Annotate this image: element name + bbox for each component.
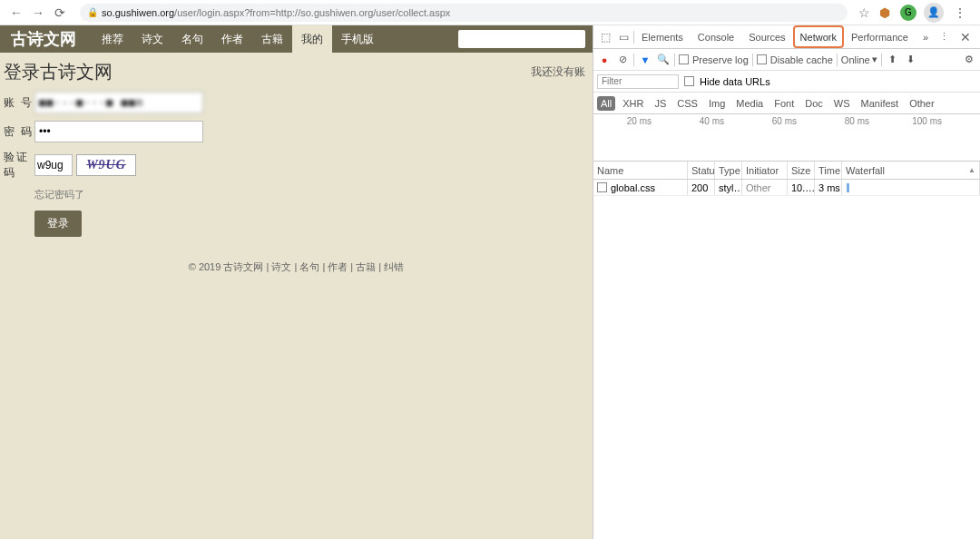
filter-media[interactable]: Media xyxy=(732,96,767,111)
col-initiator[interactable]: Initiator xyxy=(742,162,788,179)
reload-button[interactable]: ⟳ xyxy=(51,4,69,22)
sort-arrow-icon: ▲ xyxy=(968,166,975,174)
forgot-password-link[interactable]: 忘记密码了 xyxy=(34,188,589,201)
filter-input[interactable] xyxy=(597,74,679,89)
download-icon[interactable]: ⬇ xyxy=(904,53,918,67)
upload-icon[interactable]: ⬆ xyxy=(886,53,900,67)
address-bar[interactable]: 🔒 so.gushiwen.org /user/login.aspx?from=… xyxy=(80,4,848,22)
login-form: 账 号 密 码 验证码 W9UG 忘记密码了 登录 xyxy=(0,92,593,237)
filter-ws[interactable]: WS xyxy=(830,96,854,111)
page-content: 古诗文网 推荐 诗文 名句 作者 古籍 我的 手机版 登录古诗文网 我还没有账 … xyxy=(0,25,593,539)
disable-cache-label: Disable cache xyxy=(770,54,833,65)
filter-other[interactable]: Other xyxy=(906,96,938,111)
filter-xhr[interactable]: XHR xyxy=(619,96,647,111)
nav-item-mine[interactable]: 我的 xyxy=(292,25,332,53)
cell-status: 200 xyxy=(688,180,715,195)
tab-more-tabs[interactable]: » xyxy=(916,25,936,48)
filter-manifest[interactable]: Manifest xyxy=(858,96,903,111)
preserve-log-checkbox[interactable] xyxy=(679,54,689,64)
network-filter-row: Hide data URLs xyxy=(593,71,980,93)
url-domain: so.gushiwen.org xyxy=(102,7,174,18)
main-nav: 推荐 诗文 名句 作者 古籍 我的 手机版 xyxy=(93,25,383,53)
cell-initiator: Other xyxy=(742,180,788,195)
cell-time: 3 ms xyxy=(815,180,842,195)
devtools-close-button[interactable]: ✕ xyxy=(955,30,976,44)
site-logo[interactable]: 古诗文网 xyxy=(4,28,83,50)
col-size[interactable]: Size xyxy=(788,162,815,179)
col-name[interactable]: Name xyxy=(593,162,688,179)
filter-css[interactable]: CSS xyxy=(673,96,701,111)
password-input[interactable] xyxy=(34,121,203,142)
waterfall-timeline-overview[interactable]: 20 ms 40 ms 60 ms 80 ms 100 ms xyxy=(593,114,980,162)
filter-img[interactable]: Img xyxy=(705,96,729,111)
tab-network[interactable]: Network xyxy=(793,25,844,48)
tab-elements[interactable]: Elements xyxy=(634,25,691,48)
filter-toggle-icon[interactable]: ▼ xyxy=(638,53,652,67)
site-header: 古诗文网 推荐 诗文 名句 作者 古籍 我的 手机版 xyxy=(0,25,593,53)
nav-item-poetry[interactable]: 诗文 xyxy=(132,25,172,53)
cell-type: styl… xyxy=(715,180,742,195)
nav-item-recommend[interactable]: 推荐 xyxy=(93,25,132,53)
browser-toolbar: ← → ⟳ 🔒 so.gushiwen.org /user/login.aspx… xyxy=(0,0,980,25)
extension-icon-1[interactable]: ⬢ xyxy=(877,5,893,21)
tab-sources[interactable]: Sources xyxy=(741,25,792,48)
col-type[interactable]: Type xyxy=(715,162,742,179)
chevron-down-icon: ▾ xyxy=(872,54,877,65)
back-button[interactable]: ← xyxy=(7,4,25,22)
hide-data-urls-label: Hide data URLs xyxy=(700,76,770,87)
lock-icon: 🔒 xyxy=(87,7,98,17)
type-filter-row: All XHR JS CSS Img Media Font Doc WS Man… xyxy=(593,93,980,114)
forward-button[interactable]: → xyxy=(29,4,47,22)
col-status[interactable]: Status xyxy=(688,162,715,179)
tab-console[interactable]: Console xyxy=(691,25,741,48)
preserve-log-label: Preserve log xyxy=(692,54,749,65)
cell-waterfall xyxy=(842,180,980,195)
no-account-link[interactable]: 我还没有账 xyxy=(531,64,585,80)
cell-name: global.css xyxy=(593,180,688,195)
tab-performance[interactable]: Performance xyxy=(844,25,916,48)
record-button[interactable]: ● xyxy=(597,53,612,67)
nav-item-quotes[interactable]: 名句 xyxy=(172,25,212,53)
login-title: 登录古诗文网 xyxy=(4,60,113,84)
password-label: 密 码 xyxy=(4,124,34,140)
table-header: Name Status Type Initiator Size Time Wat… xyxy=(593,162,980,180)
network-toolbar: ● ⊘ ▼ 🔍 Preserve log Disable cache Onlin… xyxy=(593,49,980,71)
network-request-table: Name Status Type Initiator Size Time Wat… xyxy=(593,162,980,539)
clear-button[interactable]: ⊘ xyxy=(615,53,630,67)
captcha-image[interactable]: W9UG xyxy=(76,154,136,176)
filter-all[interactable]: All xyxy=(597,96,615,111)
cell-size: 10.… xyxy=(788,180,815,195)
devtools-panel: ⬚ ▭ Elements Console Sources Network Per… xyxy=(593,25,980,539)
site-search-input[interactable] xyxy=(458,30,585,48)
throttling-select[interactable]: Online ▾ xyxy=(841,54,877,65)
login-button[interactable]: 登录 xyxy=(34,211,82,237)
disable-cache-checkbox[interactable] xyxy=(757,54,767,64)
col-time[interactable]: Time xyxy=(815,162,842,179)
inspect-element-icon[interactable]: ⬚ xyxy=(597,29,613,45)
captcha-input[interactable] xyxy=(34,154,73,176)
site-footer: © 2019 古诗文网 | 诗文 | 名句 | 作者 | 古籍 | 纠错 xyxy=(0,260,593,274)
col-waterfall[interactable]: Waterfall▲ xyxy=(842,162,980,179)
filter-js[interactable]: JS xyxy=(651,96,670,111)
device-toolbar-icon[interactable]: ▭ xyxy=(615,29,632,45)
filter-font[interactable]: Font xyxy=(770,96,798,111)
username-input[interactable] xyxy=(34,92,203,113)
profile-avatar[interactable]: 👤 xyxy=(924,3,944,23)
devtools-tabs: ⬚ ▭ Elements Console Sources Network Per… xyxy=(593,25,980,49)
extension-icon-2[interactable]: G xyxy=(900,5,916,21)
username-label: 账 号 xyxy=(4,95,34,111)
request-row[interactable]: global.css 200 styl… Other 10.… 3 ms xyxy=(593,180,980,196)
file-icon xyxy=(597,182,607,192)
filter-doc[interactable]: Doc xyxy=(801,96,827,111)
network-settings-icon[interactable]: ⚙ xyxy=(962,53,976,67)
search-icon[interactable]: 🔍 xyxy=(656,53,671,67)
nav-item-authors[interactable]: 作者 xyxy=(212,25,252,53)
nav-item-classics[interactable]: 古籍 xyxy=(252,25,292,53)
nav-item-mobile[interactable]: 手机版 xyxy=(332,25,383,53)
devtools-menu-icon[interactable]: ⋮ xyxy=(939,31,949,43)
captcha-label: 验证码 xyxy=(4,150,34,181)
hide-data-urls-checkbox[interactable] xyxy=(684,76,694,86)
url-path: /user/login.aspx?from=http://so.gushiwen… xyxy=(174,7,450,18)
chrome-menu-button[interactable]: ⋮ xyxy=(951,4,969,22)
bookmark-star-icon[interactable]: ☆ xyxy=(855,4,873,22)
